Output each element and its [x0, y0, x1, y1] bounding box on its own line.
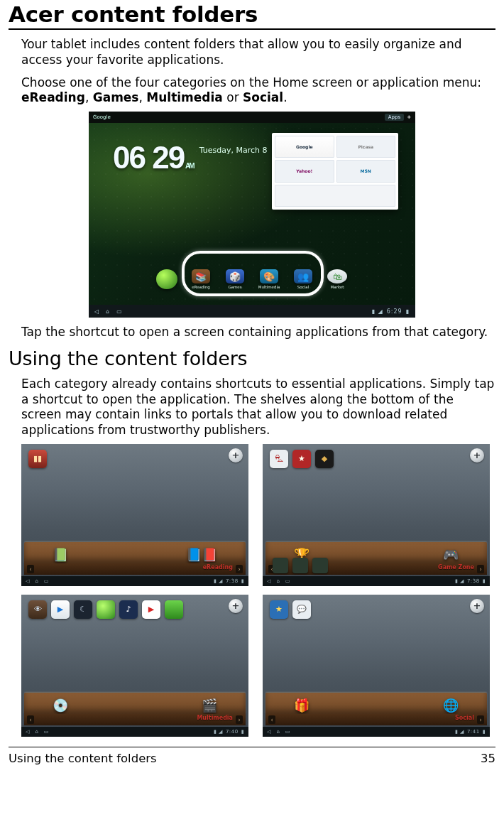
google-search-label: Google: [93, 114, 111, 120]
clock-time: 06 29: [113, 140, 184, 175]
recent-icon: ▭: [44, 729, 49, 735]
market-label: Market: [331, 285, 344, 289]
back-icon: ◁: [267, 729, 270, 735]
shelf-label: Social: [455, 715, 474, 721]
subsection-paragraph: Each category already contains shortcuts…: [21, 377, 495, 438]
market-icon: 🛍 Market: [327, 269, 347, 289]
dock-multimedia: 🎨 Multimedia: [259, 269, 279, 289]
dock-ereading: 📚 eReading: [191, 269, 211, 289]
thumb-picasa: Picasa: [336, 136, 396, 158]
footer-page-number: 35: [481, 752, 495, 765]
thumb-extra: [275, 185, 395, 207]
home-icon: ⌂: [106, 308, 109, 315]
shelf-arrow-right: ›: [236, 565, 243, 573]
shelf-arrow-left: ‹: [27, 565, 34, 573]
shelf-item-right: 📘📕: [186, 547, 217, 562]
intro-paragraph-1: Your tablet includes content folders tha…: [21, 37, 495, 68]
category-multimedia: Multimedia: [146, 90, 223, 104]
shelf-label: eReading: [203, 564, 233, 570]
panel-social: ★💬+🎁🌐‹Social›◁⌂▭▮ ◢ 7:41 ▮: [263, 595, 490, 737]
thumb-yahoo: Yahoo!: [275, 160, 334, 182]
dock-games-label: Games: [228, 285, 241, 289]
shelf-arrow-left: ‹: [268, 715, 275, 724]
dock-games: 🎲 Games: [225, 269, 245, 289]
add-button: +: [470, 448, 484, 463]
eye-icon: 👁: [28, 600, 47, 619]
shelf-item-left: 🎁: [294, 698, 309, 713]
books-icon: ▮▮: [28, 450, 47, 468]
yt-icon: ▶: [142, 600, 160, 619]
thumb-msn: MSN: [336, 160, 396, 182]
shelf-item-left: 📗: [53, 547, 68, 562]
intro-lead: Choose one of the four categories on the…: [21, 75, 481, 90]
shelf-mini-pad: [312, 558, 328, 573]
home-icon: ⌂: [35, 578, 38, 584]
battery-icon: ▮: [241, 578, 244, 584]
clock-ampm: AM: [185, 162, 194, 170]
battery-icon: ▮: [406, 308, 410, 315]
dock-social-label: Social: [297, 285, 309, 289]
shelf-mini-nv: [292, 558, 308, 573]
dock-social: 👥 Social: [293, 269, 313, 289]
status-icons: ▮ ◢: [455, 578, 464, 584]
dock-row: 📚 eReading 🎲 Games 🎨 Multimedia 👥 Social: [89, 269, 415, 289]
or-word: or: [223, 90, 243, 104]
battery-icon: ▮: [483, 729, 486, 735]
category-social: Social: [243, 90, 283, 104]
shelf-arrow-left: ‹: [27, 715, 34, 724]
category-games: Games: [93, 90, 139, 104]
shelf-item-right: 🎮: [443, 547, 459, 562]
plus-icon: +: [407, 114, 411, 120]
status-icons: ▮ ◢: [214, 578, 223, 584]
back-icon: ◁: [26, 578, 29, 584]
status-icons: ▮ ◢: [372, 308, 383, 315]
after-hero-text: Tap the shortcut to open a screen contai…: [21, 325, 495, 340]
battery-icon: ▮: [483, 578, 486, 584]
footer-section-name: Using the content folders: [9, 752, 157, 765]
recent-icon: ▭: [116, 308, 122, 315]
add-button: +: [229, 599, 243, 613]
home-icon: ⌂: [276, 729, 279, 735]
recent-icon: ▭: [44, 578, 49, 584]
shelf-arrow-right: ›: [236, 715, 243, 724]
hero-icon: ★: [292, 450, 311, 468]
panel-ereading: ▮▮+📗📘📕‹eReading›◁⌂▭▮ ◢ 7:38 ▮: [21, 444, 248, 586]
shelf-item-left: 💿: [53, 698, 68, 713]
status-icons: ▮ ◢: [455, 729, 464, 735]
shelf-mini-droid: [273, 558, 288, 573]
home-screenshot: Google Apps + 06 29 AM Tuesday, March 8: [89, 112, 415, 318]
panel-clock: 7:41: [467, 729, 480, 735]
note-icon: ♪: [119, 600, 138, 619]
back-icon: ◁: [26, 729, 29, 735]
category-panels-grid: ▮▮+📗📘📕‹eReading›◁⌂▭▮ ◢ 7:38 ▮⛍★◆+🏆🎮‹Game…: [21, 444, 490, 737]
apps-button-label: Apps: [385, 114, 404, 121]
category-ereading: eReading: [21, 90, 85, 104]
clock-date: Tuesday, March 8: [199, 146, 268, 155]
car-icon: ⛍: [270, 450, 288, 468]
panel-clock: 7:38: [467, 578, 480, 584]
recent-icon: ▭: [285, 729, 290, 735]
sq-icon: [165, 600, 183, 619]
shelf-arrow-right: ›: [477, 715, 484, 724]
battery-icon: ▮: [241, 729, 244, 735]
play-icon: ▶: [51, 600, 70, 619]
subsection-title: Using the content folders: [9, 347, 495, 369]
page-title: Acer content folders: [9, 1, 495, 30]
intro-paragraph-2: Choose one of the four categories on the…: [21, 75, 495, 107]
add-button: +: [470, 599, 484, 613]
blk-icon: ◆: [315, 450, 334, 468]
shelf-label: Multimedia: [197, 715, 233, 721]
shelf-arrow-right: ›: [477, 565, 484, 573]
period: .: [283, 90, 287, 104]
back-icon: ◁: [94, 308, 99, 315]
navbar-time: 6:29: [387, 308, 402, 315]
bookmarks-widget: Google Picasa Yahoo! MSN: [272, 133, 398, 210]
home-icon: ⌂: [276, 578, 279, 584]
shelf-label: Game Zone: [438, 564, 474, 570]
browser-icon: [157, 269, 177, 289]
panel-multimedia: 👁▶☾♪▶+💿🎬‹Multimedia›◁⌂▭▮ ◢ 7:40 ▮: [21, 595, 248, 737]
star-icon: ★: [270, 600, 288, 619]
recent-icon: ▭: [285, 578, 290, 584]
dock-ereading-label: eReading: [192, 285, 210, 289]
shelf-item-right: 🎬: [202, 698, 217, 713]
